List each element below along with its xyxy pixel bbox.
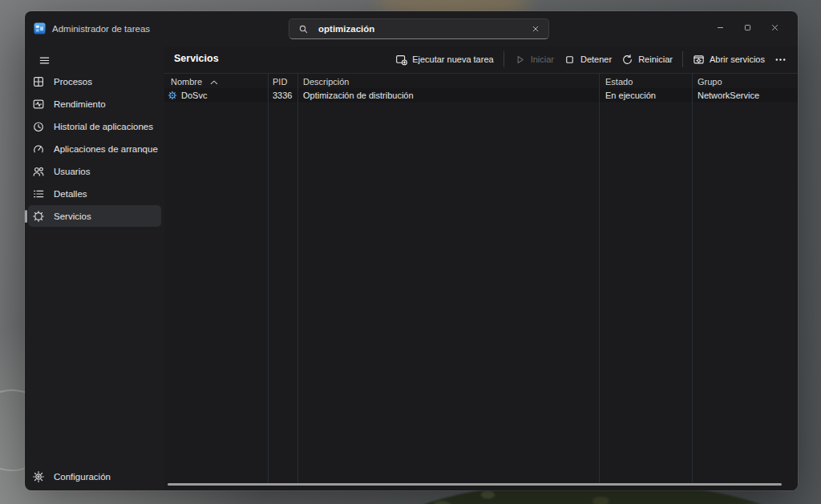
selection-indicator [25, 210, 27, 223]
toolbar-separator [504, 51, 504, 67]
sidebar-item-label: Aplicaciones de arranque [54, 144, 158, 154]
page-title: Servicios [174, 53, 219, 64]
sidebar-item-procesos[interactable]: Procesos [28, 71, 161, 92]
restart-icon [621, 54, 633, 66]
maximize-button[interactable] [734, 15, 761, 39]
menu-toggle-button[interactable] [32, 50, 56, 71]
column-label: PID [273, 77, 287, 87]
startup-apps-icon [32, 143, 45, 155]
service-pid: 3336 [268, 88, 297, 103]
sidebar-item-usuarios[interactable]: Usuarios [28, 160, 161, 182]
sort-ascending-icon [210, 74, 218, 88]
service-description: Optimización de distribución [297, 88, 599, 103]
table-row[interactable]: DoSvc 3336 Optimización de distribución … [164, 88, 798, 103]
sidebar-item-label: Detalles [54, 189, 87, 199]
sidebar-item-configuracion[interactable]: Configuración [28, 466, 161, 487]
toolbar-button-label: Reiniciar [638, 54, 673, 64]
start-button[interactable]: Iniciar [509, 50, 559, 70]
horizontal-scrollbar[interactable] [168, 483, 782, 486]
open-services-icon [693, 54, 705, 66]
column-label: Estado [605, 77, 633, 87]
close-button[interactable] [761, 15, 788, 39]
toolbar-button-label: Detener [580, 54, 612, 64]
sidebar-nav: Procesos Rendimiento Hi [25, 70, 164, 228]
more-options-button[interactable] [770, 50, 791, 70]
close-icon [532, 25, 540, 33]
sidebar-item-arranque[interactable]: Aplicaciones de arranque [28, 138, 161, 159]
service-name: DoSvc [181, 91, 207, 100]
open-services-button[interactable]: Abrir servicios [688, 50, 770, 70]
gear-icon [32, 470, 45, 483]
sidebar-item-label: Procesos [54, 77, 92, 87]
sidebar-item-label: Historial de aplicaciones [54, 122, 153, 131]
table-header: Nombre PID Descripción Estado Grupo [164, 73, 798, 90]
sidebar-item-rendimiento[interactable]: Rendimiento [28, 93, 161, 115]
toolbar: Ejecutar nueva tarea Iniciar De [390, 46, 791, 72]
minimize-button[interactable] [706, 15, 734, 39]
stop-icon [564, 54, 576, 66]
processes-icon [32, 75, 45, 88]
service-status: En ejecución [599, 88, 692, 103]
search-icon [298, 24, 309, 34]
search-input[interactable]: optimización [289, 18, 549, 39]
details-icon [32, 187, 45, 200]
column-separator[interactable] [268, 73, 269, 484]
search-value: optimización [318, 24, 374, 34]
column-label: Nombre [171, 77, 202, 87]
stop-button[interactable]: Detener [559, 50, 617, 70]
performance-icon [32, 98, 45, 111]
task-manager-app-icon [34, 22, 46, 34]
column-header-pid[interactable]: PID [268, 74, 297, 89]
service-gear-icon [168, 91, 177, 100]
sidebar-item-label: Usuarios [54, 167, 90, 176]
users-icon [32, 165, 45, 178]
desktop: Administrador de tareas optimización [0, 0, 821, 504]
sidebar-item-label: Rendimiento [54, 99, 106, 109]
new-task-icon [395, 54, 407, 66]
sidebar: Procesos Rendimiento Hi [25, 46, 164, 490]
sidebar-item-label: Configuración [54, 472, 111, 482]
sidebar-item-detalles[interactable]: Detalles [28, 183, 161, 204]
column-header-estado[interactable]: Estado [599, 74, 692, 89]
more-icon [774, 54, 787, 66]
hamburger-icon [38, 54, 51, 67]
maximize-icon [743, 23, 752, 32]
sidebar-item-label: Servicios [54, 212, 91, 221]
toolbar-separator [682, 51, 683, 67]
window-controls [706, 15, 788, 39]
column-header-descripcion[interactable]: Descripción [297, 74, 599, 89]
column-label: Descripción [303, 77, 349, 87]
task-manager-window: Administrador de tareas optimización [25, 11, 798, 490]
minimize-icon [716, 23, 725, 32]
run-new-task-button[interactable]: Ejecutar nueva tarea [390, 50, 499, 70]
toolbar-button-label: Iniciar [531, 54, 554, 64]
toolbar-button-label: Ejecutar nueva tarea [412, 54, 494, 64]
sidebar-item-historial[interactable]: Historial de aplicaciones [28, 115, 161, 137]
column-separator[interactable] [599, 73, 600, 484]
search-clear-button[interactable] [528, 22, 544, 36]
service-group: NetworkService [692, 88, 798, 103]
window-titlebar[interactable]: Administrador de tareas optimización [25, 11, 798, 46]
restart-button[interactable]: Reiniciar [617, 50, 677, 70]
play-icon [514, 54, 526, 66]
sidebar-item-servicios[interactable]: Servicios [28, 205, 161, 227]
column-header-grupo[interactable]: Grupo [692, 74, 798, 89]
toolbar-button-label: Abrir servicios [710, 54, 765, 64]
services-icon [32, 210, 45, 223]
window-title: Administrador de tareas [52, 11, 150, 46]
main-panel: Servicios Ejecutar nueva tarea [164, 46, 798, 490]
column-separator[interactable] [297, 73, 298, 484]
close-icon [770, 23, 779, 32]
app-history-icon [32, 120, 45, 133]
column-label: Grupo [698, 77, 722, 87]
column-separator[interactable] [692, 73, 693, 484]
